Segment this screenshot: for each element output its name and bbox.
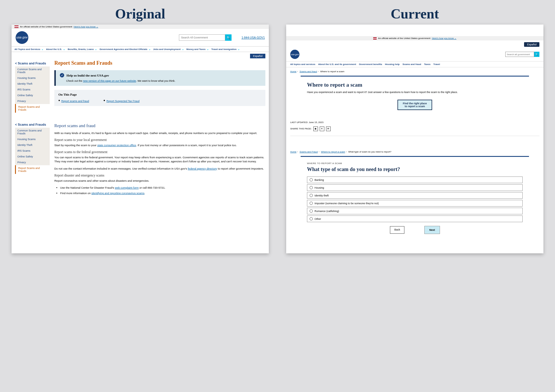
breadcrumb: Home› Scams and fraud› Where to report a… <box>286 67 543 76</box>
nav-item[interactable]: About the U.S. and its government <box>318 63 356 66</box>
radio-icon <box>310 202 313 205</box>
banner-link[interactable]: Here's how you know ⌄ <box>432 37 456 40</box>
body-text: Do not use the contact information inclu… <box>54 167 265 171</box>
sidebar-heading[interactable]: < Scams and Frauds <box>15 60 50 66</box>
sidebar-item[interactable]: Common Scams and Frauds <box>15 128 50 136</box>
sidebar-item[interactable]: Housing Scams <box>15 136 50 142</box>
nav-item[interactable]: Money and Taxes <box>186 48 209 51</box>
usagov-logo[interactable]: usa gov <box>290 50 299 59</box>
nav-item[interactable]: Housing help <box>385 63 400 66</box>
nav-item[interactable]: All Topics and Services <box>14 48 44 51</box>
inline-link[interactable]: identifying and reporting coronavirus sc… <box>91 192 144 195</box>
banner-text: An official website of the United States… <box>20 25 72 28</box>
subsection-heading: Report disaster and emergency scams <box>54 174 265 177</box>
phone-link[interactable]: 1-844-USA-GOV1 <box>241 36 265 39</box>
search-input[interactable] <box>179 34 225 41</box>
toc-link[interactable]: Report scams and fraud <box>61 100 89 103</box>
back-button[interactable]: Back <box>390 226 404 234</box>
nav-item[interactable]: Taxes <box>424 63 430 66</box>
search-button[interactable]: 🔍 <box>534 52 539 57</box>
crumb-home[interactable]: Home <box>290 151 296 153</box>
inline-link[interactable]: federal agency directory <box>188 167 217 170</box>
usagov-logo[interactable]: usa gov <box>16 31 28 44</box>
option-list: Banking Housing Identity theft Imposter … <box>307 177 523 222</box>
sidebar-heading[interactable]: < Scams and Frauds <box>15 121 50 128</box>
search-input[interactable] <box>505 52 534 57</box>
next-button[interactable]: Next <box>425 226 440 234</box>
language-row: Español <box>286 40 543 49</box>
body-text: With so many kinds of scams, it's hard t… <box>54 131 265 135</box>
sidebar-item-active[interactable]: Report Scams and Frauds <box>15 165 50 174</box>
sidebar-item[interactable]: Online Safety <box>15 92 50 98</box>
panel-current: An official website of the United States… <box>286 25 543 253</box>
toc-heading: On This Page <box>58 93 261 96</box>
radio-option[interactable]: Other <box>307 215 523 222</box>
nav-item[interactable]: Government benefits <box>359 63 382 66</box>
radio-option[interactable]: Identity theft <box>307 192 523 199</box>
sidebar-item[interactable]: IRS Scams <box>15 87 50 92</box>
body-text: You can report scams to the federal gove… <box>54 155 265 164</box>
radio-option[interactable]: Imposter (someone claiming to be someone… <box>307 200 523 207</box>
espanol-button[interactable]: Español <box>524 42 539 47</box>
page-title: Where to report a scam <box>307 82 523 88</box>
crumb-link[interactable]: Scams and Fraud <box>299 151 318 153</box>
nav-item[interactable]: Jobs and Unemployment <box>153 48 184 51</box>
sidebar-item[interactable]: Privacy <box>15 98 50 104</box>
inline-link[interactable]: web complaint form <box>115 186 138 189</box>
nav-item[interactable]: About the U.S. <box>46 48 65 51</box>
sidebar-item[interactable]: Housing Scams <box>15 75 50 81</box>
radio-option[interactable]: Housing <box>307 184 523 191</box>
wizard-buttons: Back Next <box>307 226 523 242</box>
alert-heading: Help us build the next USA.gov <box>66 74 109 77</box>
nav-item[interactable]: Scams and fraud <box>403 63 421 66</box>
nav-item[interactable]: Travel and Immigration <box>211 48 240 51</box>
sidebar-item[interactable]: IRS Scams <box>15 148 50 154</box>
search-form: 🔍 <box>505 52 539 57</box>
facebook-icon[interactable]: ◉ <box>313 127 318 131</box>
share-row: SHARE THIS PAGE: ◉ ✕ ✉ <box>290 127 539 136</box>
sidebar-item-active[interactable]: Report Scams and Frauds <box>15 104 50 113</box>
body-text: Report coronavirus scams and other scams… <box>54 179 265 183</box>
sidebar-item[interactable]: Identity Theft <box>15 81 50 87</box>
radio-icon <box>310 186 313 189</box>
inline-link[interactable]: state consumer protection office <box>97 144 136 147</box>
cta-button[interactable]: Find the right place to report a scam <box>397 100 432 110</box>
site-header: usa gov 🔍 <box>286 49 543 61</box>
language-toggle-row: Español <box>12 52 269 60</box>
search-button[interactable]: 🔍 <box>225 34 232 41</box>
crumb-home[interactable]: Home <box>290 70 296 73</box>
check-icon: ✓ <box>60 73 64 77</box>
radio-option[interactable]: Romance (catfishing) <box>307 208 523 214</box>
email-icon[interactable]: ✉ <box>326 127 331 131</box>
primary-nav: All Topics and Services About the U.S. B… <box>12 46 269 52</box>
sidebar-item[interactable]: Identity Theft <box>15 142 50 148</box>
last-updated: LAST UPDATED: June 15, 2023 <box>286 121 543 124</box>
section-heading: Report scams and fraud <box>54 123 265 128</box>
crumb-link[interactable]: Scams and fraud <box>299 70 317 73</box>
gov-banner: An official website of the United States… <box>286 36 543 40</box>
nav-item[interactable]: Benefits, Grants, Loans <box>68 48 97 51</box>
alert-link[interactable]: new version of this page on our future w… <box>83 79 136 82</box>
share-label: SHARE THIS PAGE: <box>290 127 312 130</box>
toc-link[interactable]: Report Suspected Tax Fraud <box>106 100 139 103</box>
crumb-current: Where to report a scam <box>320 70 345 73</box>
espanol-button[interactable]: Español <box>250 54 265 58</box>
radio-icon <box>310 194 313 197</box>
search-form: 🔍 <box>179 34 232 41</box>
radio-option[interactable]: Banking <box>307 177 523 183</box>
list-item: Use the National Center for Disaster Fra… <box>60 186 265 190</box>
sidebar-item[interactable]: Privacy <box>15 159 50 165</box>
nav-item[interactable]: Government Agencies and Elected Official… <box>99 48 151 51</box>
hero-card: Where to report a scam Have you experien… <box>301 76 529 115</box>
body-text: Start by reporting the scam to your stat… <box>54 143 265 147</box>
intro-text: Have you experienced a scam and want to … <box>307 90 523 94</box>
x-twitter-icon[interactable]: ✕ <box>320 127 324 131</box>
list-item: Find more information on identifying and… <box>60 191 265 195</box>
sidebar-item[interactable]: Common Scams and Frauds <box>15 66 50 75</box>
table-of-contents: On This Page • Report scams and fraud • … <box>54 90 265 106</box>
nav-item[interactable]: Travel <box>433 63 440 66</box>
sidebar-item[interactable]: Online Safety <box>15 154 50 159</box>
banner-link[interactable]: Here's how you know ⌄ <box>74 25 98 28</box>
nav-item[interactable]: All topics and services <box>290 63 315 66</box>
crumb-link[interactable]: Where to report a scam <box>321 151 345 153</box>
